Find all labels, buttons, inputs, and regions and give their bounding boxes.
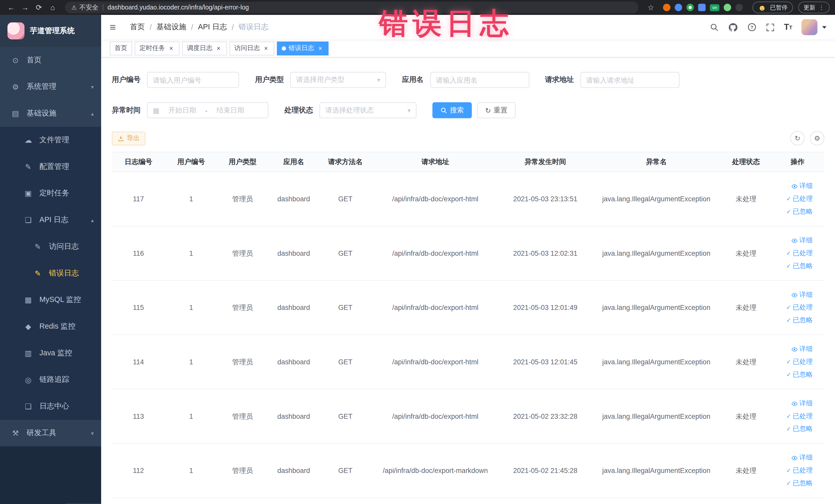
sidebar-item-redis-monitor[interactable]: ◆ Redis 监控 xyxy=(0,313,101,340)
profile-paused-badge[interactable]: ☻ 已暂停 xyxy=(753,2,793,13)
reload-icon[interactable]: ⟳ xyxy=(33,3,45,12)
mark-processed-link[interactable]: ✓已处理 xyxy=(786,412,813,421)
request-url-input[interactable] xyxy=(580,72,679,88)
screen: ← → ⟳ ⌂ ⚠ 不安全 dashboard.yudao.iocoder.cn… xyxy=(0,0,835,504)
table-row: 114 1 管理员 dashboard GET /api/infra/db-do… xyxy=(112,335,824,389)
bookmark-star-icon[interactable]: ☆ xyxy=(645,3,657,12)
home-icon: ⊙ xyxy=(11,56,20,64)
detail-link[interactable]: 详细 xyxy=(791,290,813,299)
breadcrumb-home[interactable]: 首页 xyxy=(130,22,145,32)
search-button[interactable]: 搜索 xyxy=(432,102,472,118)
extension-icon[interactable] xyxy=(687,4,694,11)
caret-down-icon[interactable] xyxy=(822,26,827,28)
github-icon[interactable] xyxy=(728,22,738,32)
close-icon[interactable]: × xyxy=(317,45,324,52)
breadcrumb-infra[interactable]: 基础设施 xyxy=(157,22,186,32)
status-badge: 未处理 xyxy=(721,281,771,335)
tab-scheduled-job[interactable]: 定时任务 × xyxy=(135,41,179,55)
user-id-label: 用户编号 xyxy=(112,75,141,85)
mark-processed-link[interactable]: ✓已处理 xyxy=(786,303,813,312)
extension-icon[interactable] xyxy=(675,4,682,11)
close-icon[interactable]: × xyxy=(215,45,222,52)
sidebar-item-infra[interactable]: ▤ 基础设施 ▴ xyxy=(0,100,101,127)
eye-icon xyxy=(791,292,798,298)
eye-icon xyxy=(791,455,798,461)
user-type-select[interactable]: 请选择用户类型 ▾ xyxy=(290,72,386,88)
extension-icon[interactable] xyxy=(663,4,670,11)
browser-home-icon[interactable]: ⌂ xyxy=(47,3,59,12)
check-icon: ✓ xyxy=(786,359,791,365)
back-icon[interactable]: ← xyxy=(5,3,17,12)
app-name-input[interactable] xyxy=(430,72,529,88)
breadcrumb-error-log: 错误日志 xyxy=(239,22,268,32)
sidebar-item-mysql-monitor[interactable]: ▦ MySQL 监控 xyxy=(0,286,101,313)
warning-icon: ⚠ xyxy=(72,4,77,11)
help-icon[interactable]: ? xyxy=(747,22,757,32)
exception-time-range-picker[interactable]: ▦ 开始日期 - 结束日期 xyxy=(147,102,268,118)
sidebar-item-devtools[interactable]: ⚒ 研发工具 ▾ xyxy=(0,420,101,446)
user-avatar[interactable] xyxy=(801,19,817,35)
tab-access-log[interactable]: 访问日志 × xyxy=(229,41,274,55)
mark-processed-link[interactable]: ✓已处理 xyxy=(786,194,813,203)
tools-icon: ⚒ xyxy=(11,429,20,437)
mark-ignored-link[interactable]: ✓已忽略 xyxy=(786,424,813,434)
detail-link[interactable]: 详细 xyxy=(791,345,813,354)
tab-schedule-log[interactable]: 调度日志 × xyxy=(182,41,227,55)
sidebar-item-config-manage[interactable]: ✎ 配置管理 xyxy=(0,153,101,180)
extension-icon[interactable] xyxy=(724,4,731,11)
divider xyxy=(103,4,103,11)
sidebar-item-java-monitor[interactable]: ▥ Java 监控 xyxy=(0,340,101,367)
page-content: 用户编号 用户类型 请选择用户类型 ▾ 应用名 xyxy=(101,58,835,504)
url-bar[interactable]: ⚠ 不安全 dashboard.yudao.iocoder.cn/infra/l… xyxy=(65,2,639,13)
sidebar-item-access-log[interactable]: ✎ 访问日志 xyxy=(0,234,101,260)
chevron-up-icon: ▴ xyxy=(91,110,94,116)
sidebar-item-file-manage[interactable]: ☁ 文件管理 xyxy=(0,127,101,154)
document-icon: ❏ xyxy=(23,402,33,410)
search-icon[interactable] xyxy=(710,23,719,32)
column-settings-button[interactable]: ⚙ xyxy=(810,131,824,145)
sidebar-item-home[interactable]: ⊙ 首页 xyxy=(0,47,101,74)
export-button[interactable]: 导出 xyxy=(112,131,145,145)
mark-ignored-link[interactable]: ✓已忽略 xyxy=(786,316,813,325)
tab-home[interactable]: 首页 xyxy=(109,41,132,55)
close-icon[interactable]: × xyxy=(168,45,175,52)
detail-link[interactable]: 详细 xyxy=(791,236,813,245)
user-id-input[interactable] xyxy=(147,72,239,88)
font-size-icon[interactable]: TT xyxy=(784,22,792,32)
mark-ignored-link[interactable]: ✓已忽略 xyxy=(786,479,813,488)
sidebar-item-error-log[interactable]: ✎ 错误日志 xyxy=(0,260,101,286)
monitor-icon: ▥ xyxy=(23,349,33,357)
detail-link[interactable]: 详细 xyxy=(791,453,813,462)
check-icon: ✓ xyxy=(786,467,791,473)
process-status-select[interactable]: 请选择处理状态 ▾ xyxy=(320,102,416,118)
mark-ignored-link[interactable]: ✓已忽略 xyxy=(786,370,813,379)
detail-link[interactable]: 详细 xyxy=(791,399,813,408)
sidebar-item-log-center[interactable]: ❏ 日志中心 xyxy=(0,393,101,420)
mark-ignored-link[interactable]: ✓已忽略 xyxy=(786,262,813,270)
refresh-table-button[interactable]: ↻ xyxy=(790,131,805,145)
sidebar-item-api-log[interactable]: ❏ API 日志 ▴ xyxy=(0,207,101,234)
detail-link[interactable]: 详细 xyxy=(791,182,813,190)
timer-icon: ▣ xyxy=(23,189,33,198)
mark-processed-link[interactable]: ✓已处理 xyxy=(786,466,813,475)
sidebar-item-trace[interactable]: ◎ 链路追踪 xyxy=(0,366,101,393)
close-icon[interactable]: × xyxy=(263,45,269,52)
mark-processed-link[interactable]: ✓已处理 xyxy=(786,249,813,258)
extension-icon[interactable] xyxy=(735,4,743,11)
kebab-menu-icon[interactable]: ⋮ xyxy=(819,4,824,11)
extension-on-badge[interactable]: on xyxy=(710,4,719,11)
eye-icon: ◎ xyxy=(23,376,33,384)
table-row: 113 1 管理员 dashboard GET /api/infra/db-do… xyxy=(112,389,824,444)
extension-icon[interactable] xyxy=(698,4,706,11)
fullscreen-icon[interactable] xyxy=(766,23,775,32)
forward-icon[interactable]: → xyxy=(19,3,31,12)
tab-error-log[interactable]: 错误日志 × xyxy=(277,41,329,55)
update-button[interactable]: 更新 ⋮ xyxy=(798,2,830,13)
sidebar-item-system[interactable]: ⚙ 系统管理 ▾ xyxy=(0,74,101,100)
sidebar-collapse-icon[interactable]: ≡ xyxy=(109,22,122,32)
sidebar-item-scheduled-job[interactable]: ▣ 定时任务 xyxy=(0,180,101,207)
mark-ignored-link[interactable]: ✓已忽略 xyxy=(786,207,813,216)
reset-button[interactable]: ↻ 重置 xyxy=(477,102,515,118)
breadcrumb-api-log[interactable]: API 日志 xyxy=(198,22,227,32)
mark-processed-link[interactable]: ✓已处理 xyxy=(786,357,813,366)
